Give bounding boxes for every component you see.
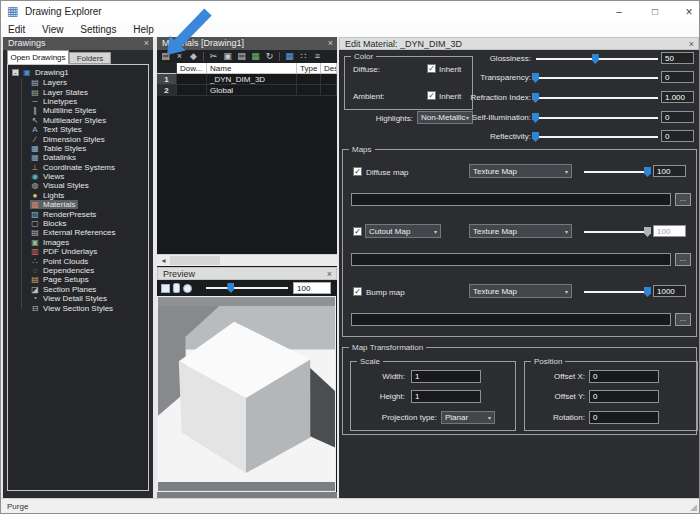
refresh-icon[interactable]: ↻ (264, 51, 275, 62)
cutout-map-checkbox[interactable]: ✓ (353, 227, 362, 236)
diffuse-map-browse-button[interactable]: ... (675, 193, 691, 206)
tree-item-views[interactable]: ◉Views (8, 172, 148, 181)
cell-name[interactable]: _DYN_DIM_3D (207, 74, 297, 85)
slider-thumb[interactable] (532, 132, 539, 142)
tree-root-drawing1[interactable]: - ▣ Drawing1 (8, 67, 148, 78)
tree-item-external-references[interactable]: ▤External References (8, 228, 148, 237)
diffuse-map-path-input[interactable] (351, 193, 671, 206)
maximize-button[interactable]: □ (641, 4, 669, 20)
diffuse-map-value[interactable]: 100 (653, 165, 686, 177)
bump-map-path-input[interactable] (351, 313, 671, 326)
bump-map-browse-button[interactable]: ... (675, 313, 691, 326)
tree-item-coordinate-systems[interactable]: ⊥Coordinate Systems (8, 163, 148, 172)
delete-icon[interactable]: × (174, 51, 185, 62)
transparency-value[interactable]: 0 (661, 71, 694, 83)
tree-item-multileader-styles[interactable]: ↖Multileader Styles (8, 116, 148, 125)
resize-grip-icon[interactable]: ◢ (690, 502, 697, 512)
menu-help[interactable]: Help (126, 23, 161, 35)
preview-zoom-value[interactable]: 100 (293, 282, 331, 294)
diffuse-map-checkbox[interactable]: ✓ (353, 167, 362, 176)
col-down[interactable]: Dow... (177, 63, 207, 74)
slider-thumb[interactable] (532, 113, 539, 123)
grid-view-icon[interactable]: ▦ (284, 51, 295, 62)
offset-y-input[interactable]: 0 (589, 390, 659, 403)
cell-type[interactable] (297, 74, 321, 85)
tree-item-lights[interactable]: ●Lights (8, 191, 148, 200)
tree-item-blocks[interactable]: ▢Blocks (8, 219, 148, 228)
menu-view[interactable]: View (35, 23, 71, 35)
horizontal-scrollbar[interactable]: ◂ (157, 254, 337, 266)
scroll-left-icon[interactable]: ◂ (158, 255, 169, 266)
table-row[interactable]: 1 _DYN_DIM_3D (157, 74, 337, 85)
tree-item-datalinks[interactable]: ▦Datalinks (8, 153, 148, 162)
sphere-shape-icon[interactable] (183, 284, 192, 293)
paste-icon[interactable]: ▤ (236, 51, 247, 62)
tree-item-view-section-styles[interactable]: ⊟View Section Styles (8, 303, 148, 312)
tab-folders[interactable]: Folders (69, 52, 111, 64)
minimize-button[interactable]: – (605, 4, 633, 20)
close-icon[interactable]: × (328, 37, 333, 50)
tree-item-materials[interactable]: ▩Materials (8, 200, 148, 209)
preview-zoom-slider[interactable] (206, 287, 288, 289)
diffuse-map-type-dropdown[interactable]: Texture Map ▾ (469, 164, 572, 178)
reflectivity-value[interactable]: 0 (661, 130, 694, 142)
tree-item-images[interactable]: ▣Images (8, 238, 148, 247)
menu-edit[interactable]: Edit (1, 23, 32, 35)
slider-thumb[interactable] (592, 54, 599, 64)
cutout-map-browse-button[interactable]: ... (675, 253, 691, 266)
cutout-map-dropdown[interactable]: Cutout Map ▾ (365, 224, 441, 238)
rotation-input[interactable]: 0 (589, 411, 659, 424)
tree-item-table-styles[interactable]: ▦Table Styles (8, 144, 148, 153)
slider-thumb[interactable] (532, 93, 539, 103)
cut-icon[interactable]: ✂ (208, 51, 219, 62)
slider-thumb[interactable] (227, 283, 234, 293)
cube-shape-icon[interactable] (161, 284, 170, 293)
tree-item-renderpresets[interactable]: ▧RenderPresets (8, 209, 148, 218)
cell-down[interactable] (177, 74, 207, 85)
purge-icon[interactable]: ◆ (188, 51, 199, 62)
height-input[interactable]: 1 (411, 390, 481, 403)
bump-map-value[interactable]: 1000 (653, 285, 686, 297)
copy-icon[interactable]: ▣ (222, 51, 233, 62)
glossiness-slider[interactable] (536, 58, 658, 60)
diffuse-inherit-checkbox[interactable]: ✓ (427, 64, 436, 73)
cell-down[interactable] (177, 85, 207, 96)
width-input[interactable]: 1 (411, 370, 481, 383)
tree-item-layer-states[interactable]: ▤Layer States (8, 87, 148, 96)
cell-name[interactable]: Global (207, 85, 297, 96)
bump-map-slider[interactable] (584, 291, 648, 293)
new-material-icon[interactable]: ▤ (160, 51, 171, 62)
close-icon[interactable]: × (144, 37, 149, 50)
tree-item-dependencies[interactable]: ◌Dependencies (8, 266, 148, 275)
tree-item-pdf-underlays[interactable]: ▥PDF Underlays (8, 247, 148, 256)
cutout-map-path-input[interactable] (351, 253, 671, 266)
bump-map-type-dropdown[interactable]: Texture Map ▾ (469, 284, 572, 298)
cell-desc[interactable] (321, 74, 337, 85)
cell-type[interactable] (297, 85, 321, 96)
tree-item-view-detail-styles[interactable]: ◔View Detail Styles (8, 294, 148, 303)
tree-item-linetypes[interactable]: ┄Linetypes (8, 97, 148, 106)
offset-x-input[interactable]: 0 (589, 370, 659, 383)
scrollbar-thumb[interactable] (170, 256, 220, 265)
tree-item-layers[interactable]: ▤Layers (8, 78, 148, 87)
tree-item-section-planes[interactable]: ◪Section Planes (8, 285, 148, 294)
projection-type-dropdown[interactable]: Planar ▾ (441, 411, 495, 424)
tree-item-dimension-styles[interactable]: ∕Dimension Styles (8, 134, 148, 143)
bump-map-checkbox[interactable]: ✓ (353, 287, 362, 296)
diffuse-map-slider[interactable] (584, 171, 648, 173)
tree-item-page-setups[interactable]: ▤Page Setups (8, 275, 148, 284)
transparency-slider[interactable] (536, 77, 658, 79)
collapse-icon[interactable]: - (12, 69, 19, 76)
close-button[interactable]: × (675, 4, 700, 20)
col-name[interactable]: Name (207, 63, 297, 74)
reflectivity-slider[interactable] (536, 136, 658, 138)
tree-item-visual-styles[interactable]: ◍Visual Styles (8, 181, 148, 190)
refraction-index-value[interactable]: 1.000 (661, 91, 694, 103)
menu-settings[interactable]: Settings (73, 23, 123, 35)
table-row[interactable]: 2 Global (157, 85, 337, 96)
icons-view-icon[interactable]: ∷ (298, 51, 309, 62)
tab-open-drawings[interactable]: Open Drawings (7, 50, 69, 64)
tree-view-icon[interactable]: ≡ (312, 51, 323, 62)
render-image-icon[interactable]: ▦ (250, 51, 261, 62)
refraction-index-slider[interactable] (536, 97, 658, 99)
